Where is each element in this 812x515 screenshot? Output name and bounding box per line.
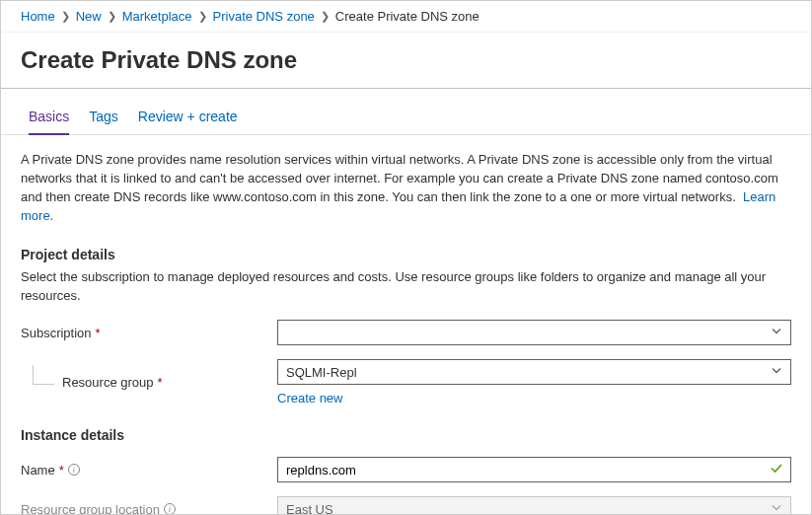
create-new-link[interactable]: Create new — [277, 391, 342, 405]
content-area: A Private DNS zone provides name resolut… — [1, 135, 811, 515]
chevron-right-icon: ❯ — [321, 10, 330, 23]
chevron-right-icon: ❯ — [108, 10, 116, 23]
resource-group-select[interactable]: SQLMI-Repl — [277, 359, 791, 385]
subscription-label: Subscription * — [21, 326, 277, 340]
tabs: Basics Tags Review + create — [1, 89, 811, 135]
required-indicator: * — [158, 375, 163, 390]
breadcrumb: Home ❯ New ❯ Marketplace ❯ Private DNS z… — [1, 1, 811, 33]
resource-group-label: Resource group * — [21, 375, 277, 390]
chevron-right-icon: ❯ — [61, 10, 70, 23]
breadcrumb-private-dns-zone[interactable]: Private DNS zone — [213, 9, 315, 24]
chevron-down-icon — [771, 365, 782, 380]
tab-tags[interactable]: Tags — [89, 109, 118, 134]
breadcrumb-marketplace[interactable]: Marketplace — [122, 9, 192, 24]
tab-basics[interactable]: Basics — [29, 109, 69, 134]
resource-group-location-label: Resource group location i — [21, 502, 277, 515]
page-title: Create Private DNS zone — [1, 33, 811, 84]
tab-review-create[interactable]: Review + create — [138, 109, 238, 134]
required-indicator: * — [96, 326, 101, 340]
info-icon[interactable]: i — [68, 464, 80, 476]
project-details-heading: Project details — [21, 247, 791, 262]
name-input[interactable] — [277, 457, 791, 482]
chevron-down-icon — [771, 326, 782, 340]
name-label: Name * i — [21, 463, 277, 478]
instance-details-heading: Instance details — [21, 427, 791, 443]
required-indicator: * — [59, 463, 64, 478]
info-icon[interactable]: i — [164, 503, 176, 515]
chevron-down-icon — [771, 502, 782, 515]
chevron-right-icon: ❯ — [198, 10, 207, 23]
breadcrumb-home[interactable]: Home — [21, 9, 55, 24]
description-text: A Private DNS zone provides name resolut… — [21, 151, 791, 225]
breadcrumb-new[interactable]: New — [76, 9, 102, 24]
tree-connector-icon — [33, 365, 54, 385]
project-details-sub: Select the subscription to manage deploy… — [21, 268, 791, 306]
check-icon — [770, 462, 783, 478]
resource-group-location-select: East US — [277, 496, 791, 515]
breadcrumb-current: Create Private DNS zone — [335, 9, 480, 24]
subscription-select[interactable] — [277, 320, 791, 345]
